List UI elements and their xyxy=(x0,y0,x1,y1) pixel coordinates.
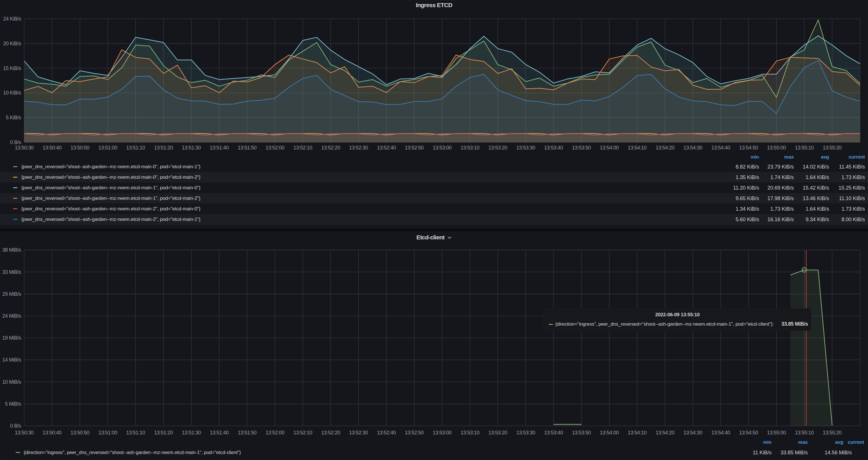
svg-text:13:53:50: 13:53:50 xyxy=(572,430,591,435)
svg-text:13:53:20: 13:53:20 xyxy=(488,430,507,435)
svg-text:13:51:10: 13:51:10 xyxy=(126,145,146,151)
svg-text:13:51:50: 13:51:50 xyxy=(238,145,257,151)
svg-text:5 KiB/s: 5 KiB/s xyxy=(6,115,21,120)
svg-text:13:54:20: 13:54:20 xyxy=(656,430,675,435)
svg-text:13:53:40: 13:53:40 xyxy=(544,145,563,151)
svg-text:10 KiB/s: 10 KiB/s xyxy=(3,90,21,96)
svg-text:13:51:40: 13:51:40 xyxy=(210,430,229,435)
svg-text:13:52:10: 13:52:10 xyxy=(293,430,312,435)
svg-text:13:53:10: 13:53:10 xyxy=(461,430,479,435)
svg-text:13:52:20: 13:52:20 xyxy=(321,430,340,435)
svg-text:13:51:30: 13:51:30 xyxy=(182,145,201,151)
svg-text:13:54:10: 13:54:10 xyxy=(628,145,647,151)
svg-text:13:54:10: 13:54:10 xyxy=(628,430,647,435)
svg-text:13:55:20: 13:55:20 xyxy=(823,430,842,435)
svg-text:13:50:40: 13:50:40 xyxy=(43,430,62,435)
svg-text:13:51:30: 13:51:30 xyxy=(182,430,201,435)
svg-text:13:54:00: 13:54:00 xyxy=(600,145,619,151)
svg-text:13:50:50: 13:50:50 xyxy=(70,430,90,435)
svg-text:13:52:50: 13:52:50 xyxy=(405,430,424,435)
svg-text:29 MiB/s: 29 MiB/s xyxy=(2,291,21,297)
svg-text:13:51:50: 13:51:50 xyxy=(238,430,257,435)
svg-text:13:54:20: 13:54:20 xyxy=(656,145,675,151)
svg-text:13:53:10: 13:53:10 xyxy=(461,145,479,151)
svg-text:13:52:30: 13:52:30 xyxy=(349,430,368,435)
svg-text:13:51:10: 13:51:10 xyxy=(126,430,146,435)
svg-text:13:50:40: 13:50:40 xyxy=(43,145,62,151)
svg-text:13:50:50: 13:50:50 xyxy=(70,145,90,151)
svg-text:13:55:20: 13:55:20 xyxy=(823,145,842,151)
svg-text:13:52:10: 13:52:10 xyxy=(293,145,312,151)
svg-text:13:52:20: 13:52:20 xyxy=(321,145,340,151)
svg-text:13:52:30: 13:52:30 xyxy=(349,145,368,151)
svg-text:14 MiB/s: 14 MiB/s xyxy=(2,357,21,363)
svg-text:13:52:00: 13:52:00 xyxy=(266,430,285,435)
svg-text:13:53:30: 13:53:30 xyxy=(516,430,535,435)
svg-text:13:54:50: 13:54:50 xyxy=(739,145,758,151)
svg-text:15 KiB/s: 15 KiB/s xyxy=(3,65,21,71)
svg-text:13:54:50: 13:54:50 xyxy=(739,430,758,435)
svg-text:13:54:00: 13:54:00 xyxy=(600,430,619,435)
svg-text:24 KiB/s: 24 KiB/s xyxy=(3,16,21,22)
svg-text:13:53:50: 13:53:50 xyxy=(572,145,591,151)
svg-text:13:53:30: 13:53:30 xyxy=(516,145,535,151)
svg-text:20 KiB/s: 20 KiB/s xyxy=(3,41,21,47)
svg-text:5 MiB/s: 5 MiB/s xyxy=(5,401,21,407)
svg-text:13:54:40: 13:54:40 xyxy=(711,145,730,151)
svg-text:13:50:30: 13:50:30 xyxy=(15,145,34,151)
svg-text:13:55:10: 13:55:10 xyxy=(795,430,814,435)
svg-text:10 MiB/s: 10 MiB/s xyxy=(2,379,21,385)
svg-text:13:51:00: 13:51:00 xyxy=(98,430,118,435)
svg-text:38 MiB/s: 38 MiB/s xyxy=(2,247,21,253)
svg-text:33 MiB/s: 33 MiB/s xyxy=(2,269,21,275)
svg-text:13:51:20: 13:51:20 xyxy=(154,430,173,435)
svg-text:13:54:30: 13:54:30 xyxy=(684,145,703,151)
svg-text:0 B/s: 0 B/s xyxy=(10,140,21,145)
svg-text:13:50:30: 13:50:30 xyxy=(15,430,34,435)
svg-text:13:51:40: 13:51:40 xyxy=(210,145,229,151)
svg-text:13:54:40: 13:54:40 xyxy=(711,430,730,435)
svg-text:13:51:20: 13:51:20 xyxy=(154,145,173,151)
svg-text:13:52:00: 13:52:00 xyxy=(266,145,285,151)
svg-text:19 MiB/s: 19 MiB/s xyxy=(2,335,21,341)
svg-text:13:53:20: 13:53:20 xyxy=(488,145,507,151)
svg-text:0 B/s: 0 B/s xyxy=(10,423,21,429)
svg-text:13:52:40: 13:52:40 xyxy=(377,145,396,151)
svg-text:13:55:10: 13:55:10 xyxy=(795,145,814,151)
svg-text:13:55:00: 13:55:00 xyxy=(767,430,786,435)
svg-text:13:54:30: 13:54:30 xyxy=(684,430,703,435)
svg-text:13:52:40: 13:52:40 xyxy=(377,430,396,435)
svg-text:13:55:00: 13:55:00 xyxy=(767,145,786,151)
svg-text:13:53:00: 13:53:00 xyxy=(433,430,452,435)
svg-text:13:53:40: 13:53:40 xyxy=(544,430,563,435)
svg-text:13:53:00: 13:53:00 xyxy=(433,145,452,151)
svg-text:24 MiB/s: 24 MiB/s xyxy=(2,313,21,319)
svg-text:13:51:00: 13:51:00 xyxy=(98,145,118,151)
svg-text:13:52:50: 13:52:50 xyxy=(405,145,424,151)
